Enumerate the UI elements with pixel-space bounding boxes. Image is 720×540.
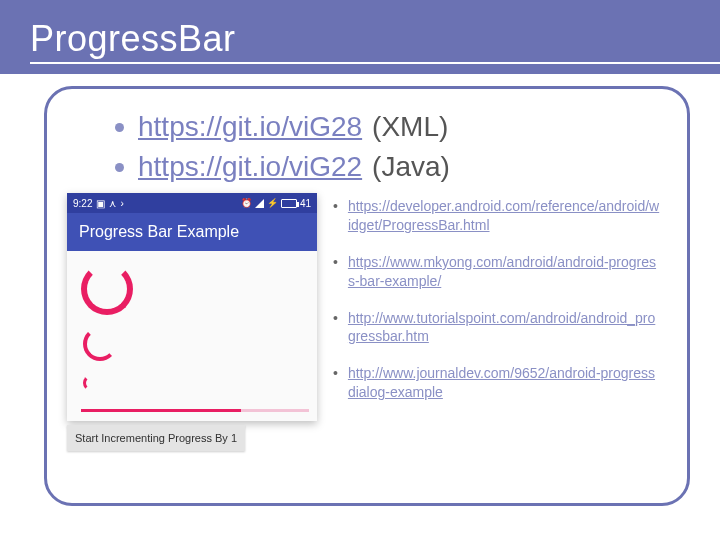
reference-item: • https://www.mkyong.com/android/android… (333, 253, 661, 291)
app-bar: Progress Bar Example (67, 213, 317, 251)
progress-fill (81, 409, 241, 412)
reference-links-list: • https://developer.android.com/referenc… (333, 193, 667, 420)
bullet-icon (115, 163, 124, 172)
lower-row: 9:22 ▣ ⋏ › ⏰ ⚡ 41 Progress Bar Example (67, 193, 667, 451)
header-underline (30, 62, 720, 64)
bullet-icon: • (333, 253, 338, 272)
alarm-icon: ⏰ (241, 198, 252, 208)
main-link-row: https://git.io/viG22 (Java) (115, 151, 667, 183)
phone-column: 9:22 ▣ ⋏ › ⏰ ⚡ 41 Progress Bar Example (67, 193, 317, 451)
main-link-xml[interactable]: https://git.io/viG28 (138, 111, 362, 143)
app-title: Progress Bar Example (79, 223, 239, 240)
content-frame: https://git.io/viG28 (XML) https://git.i… (44, 86, 690, 506)
phone-mock: 9:22 ▣ ⋏ › ⏰ ⚡ 41 Progress Bar Example (67, 193, 317, 421)
main-link-row: https://git.io/viG28 (XML) (115, 111, 667, 143)
battery-percent: 41 (300, 198, 311, 209)
reference-link[interactable]: https://www.mkyong.com/android/android-p… (348, 253, 661, 291)
status-left: 9:22 ▣ ⋏ › (73, 198, 124, 209)
main-link-java[interactable]: https://git.io/viG22 (138, 151, 362, 183)
reference-link[interactable]: http://www.tutorialspoint.com/android/an… (348, 309, 661, 347)
spinner-small-icon (83, 375, 99, 391)
reference-link[interactable]: http://www.journaldev.com/9652/android-p… (348, 364, 661, 402)
signal-icon (255, 199, 264, 208)
reference-item: • https://developer.android.com/referenc… (333, 197, 661, 235)
bullet-icon: • (333, 197, 338, 216)
lightning-icon: ⚡ (267, 198, 278, 208)
status-right: ⏰ ⚡ 41 (241, 198, 311, 209)
image-icon: ▣ (96, 198, 105, 209)
bullet-icon (115, 123, 124, 132)
reference-item: • http://www.journaldev.com/9652/android… (333, 364, 661, 402)
horizontal-progress (81, 409, 309, 412)
bullet-icon: • (333, 309, 338, 328)
reference-item: • http://www.tutorialspoint.com/android/… (333, 309, 661, 347)
main-links-list: https://git.io/viG28 (XML) https://git.i… (115, 111, 667, 183)
person-icon: ⋏ (109, 198, 116, 209)
slide-header: ProgressBar (0, 0, 720, 74)
status-time: 9:22 (73, 198, 92, 209)
spinner-medium-icon (83, 327, 117, 361)
bullet-icon: • (333, 364, 338, 383)
spinner-large-icon (81, 263, 133, 315)
chevron-icon: › (120, 198, 123, 209)
start-increment-button[interactable]: Start Incrementing Progress By 1 (67, 425, 245, 451)
main-link-suffix: (Java) (372, 151, 450, 183)
main-link-suffix: (XML) (372, 111, 448, 143)
reference-link[interactable]: https://developer.android.com/reference/… (348, 197, 661, 235)
phone-body (67, 251, 317, 421)
slide-title: ProgressBar (30, 18, 720, 60)
status-bar: 9:22 ▣ ⋏ › ⏰ ⚡ 41 (67, 193, 317, 213)
battery-icon (281, 199, 297, 208)
